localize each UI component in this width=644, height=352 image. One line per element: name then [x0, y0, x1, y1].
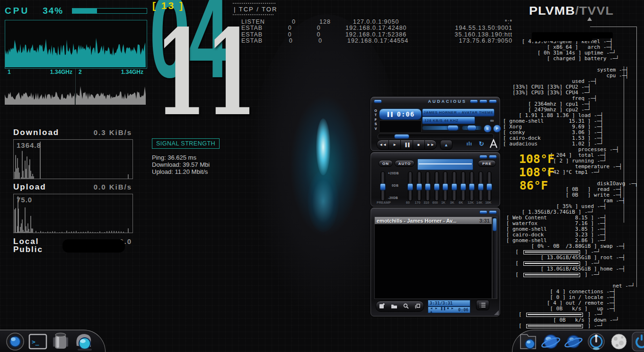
temp-3: 86°F	[498, 179, 555, 192]
balance-slider[interactable]	[462, 126, 482, 130]
camera-orb-icon[interactable]	[5, 332, 26, 352]
minimize-button[interactable]	[470, 99, 478, 103]
playlist-scrollbar[interactable]	[492, 217, 497, 299]
playlist-scroll-thumb[interactable]	[493, 218, 497, 231]
eq-auto-button[interactable]: AUTO	[395, 160, 415, 167]
mini-transport-icons[interactable]: ◄ ► ▐▐ ■ ► ▲	[428, 307, 458, 313]
eq-band-60-thumb[interactable]	[407, 183, 413, 190]
visualizer-icon[interactable]: ıIı	[467, 141, 472, 146]
shade-button[interactable]	[479, 99, 487, 103]
shade-button[interactable]	[479, 155, 487, 159]
eq-band-600-thumb[interactable]	[434, 183, 440, 190]
eq-band-310-thumb[interactable]	[425, 183, 431, 190]
close-button[interactable]	[489, 99, 497, 103]
spectrum-analyzer[interactable]	[379, 120, 422, 133]
eq-band-14K[interactable]	[478, 171, 483, 201]
balance-thumb[interactable]	[467, 125, 476, 131]
playlist-button-cluster	[376, 301, 424, 312]
tree-connector	[590, 27, 636, 27]
eq-band-1K-thumb[interactable]	[442, 183, 448, 190]
switch-icon[interactable]	[586, 332, 607, 352]
equalizer-toggle-button[interactable]: E	[484, 125, 492, 133]
power-icon[interactable]	[631, 332, 644, 352]
resize-grip[interactable]	[494, 310, 499, 315]
core-1-freq: 1.34GHz	[50, 69, 72, 75]
cpu-percent: 34%	[43, 6, 63, 16]
helmet-icon[interactable]	[73, 332, 94, 352]
temp-1: 108°F	[498, 153, 555, 166]
terminal-icon[interactable]: >_	[27, 332, 48, 352]
cpu-history-graph	[5, 20, 147, 69]
close-button[interactable]	[489, 155, 497, 159]
tcp-cell: LISTEN	[233, 18, 278, 25]
open-folder-button[interactable]	[391, 302, 397, 311]
audacious-titlebar[interactable]: AUDACIOUS	[371, 97, 500, 104]
eq-band-60[interactable]	[408, 171, 413, 201]
eq-scale-mid: 0DB	[392, 184, 399, 187]
sys-line: [ 0% - 0B /3.88GiB ] swap -─┤	[486, 244, 644, 249]
eq-band-170-thumb[interactable]	[416, 183, 422, 190]
browser-globe-2-icon[interactable]	[563, 332, 584, 352]
preamp-slider[interactable]	[380, 171, 385, 201]
canister-icon[interactable]	[50, 332, 71, 352]
track-title-strip[interactable]: JAMES HORNER – AVATAR THEME SON	[422, 108, 494, 117]
previous-button[interactable]: ◄◄	[377, 140, 389, 149]
play-button[interactable]: ►	[389, 140, 401, 149]
eq-band-3K[interactable]	[452, 171, 457, 201]
tcp-panel-title: | TCP / TOR	[234, 6, 514, 13]
eq-band-12K-thumb[interactable]	[469, 183, 475, 190]
seek-thumb[interactable]	[394, 134, 409, 139]
volume-thumb[interactable]	[447, 125, 459, 131]
pause-button[interactable]: ▐▐	[401, 140, 413, 149]
eq-on-button[interactable]: ON	[379, 160, 393, 167]
playlist-toggle-button[interactable]: P	[493, 125, 501, 133]
file-manager-icon[interactable]	[518, 332, 538, 352]
eq-band-16K[interactable]	[487, 171, 492, 201]
eq-band-310[interactable]	[425, 171, 430, 201]
add-file-button[interactable]	[379, 302, 385, 311]
eject-button[interactable]: ▲	[440, 140, 452, 150]
clutterbar[interactable]: O T F S V	[374, 108, 378, 131]
eq-presets-button[interactable]: PRE	[478, 160, 496, 167]
seek-bar[interactable]	[378, 134, 494, 139]
eq-band-6K[interactable]	[461, 171, 466, 201]
tcp-row: LISTEN0128127.0.0.1:9050*:*	[233, 18, 514, 25]
eq-band-label: 16K	[485, 201, 491, 204]
menu-pill-button[interactable]	[374, 99, 382, 103]
preamp-label: PREAMP	[377, 201, 391, 204]
sys-line: cpu -─┤	[486, 73, 644, 79]
upload-label: Upload	[13, 182, 46, 192]
close-button[interactable]	[489, 210, 497, 214]
stop-button[interactable]: ■	[413, 140, 425, 149]
eq-band-16K-thumb[interactable]	[486, 183, 492, 190]
browser-globe-1-icon[interactable]	[540, 332, 561, 352]
repeat-icon[interactable]: ↻	[479, 140, 484, 147]
eq-band-14K-thumb[interactable]	[478, 183, 484, 190]
playlist-mini-transport[interactable]: ◄ ► ▐▐ ■ ► ▲ 0:06	[428, 307, 470, 313]
next-button[interactable]: ►►	[425, 140, 436, 149]
usage-bar	[526, 324, 583, 328]
eq-band-12K[interactable]	[469, 171, 474, 201]
playlist-menu-button[interactable]	[476, 300, 489, 310]
eq-band-170[interactable]	[417, 171, 422, 201]
pause-indicator-icon: ▐▐	[386, 112, 393, 117]
playlist-row-selected[interactable]: emotchills - James Horner - Av... 3:31	[375, 217, 492, 224]
volume-slider[interactable]	[422, 126, 460, 130]
tcp-row: ESTAB00192.168.0.17:44554173.75.6.87:905…	[233, 38, 514, 45]
eq-band-1K[interactable]	[443, 171, 448, 201]
eq-band-600[interactable]	[434, 171, 439, 201]
eq-band-6K-thumb[interactable]	[460, 183, 466, 190]
clock-day-badge: [ 13 ]	[152, 0, 184, 11]
tcp-cell: 192.168.0.17:42480	[333, 25, 455, 31]
playlist-titlebar[interactable]	[371, 208, 500, 215]
moon-icon[interactable]	[609, 332, 629, 352]
time-display[interactable]: ▐▐ 0:06	[379, 108, 422, 120]
playlist-track-list[interactable]: emotchills - James Horner - Av... 3:31	[374, 217, 492, 299]
preamp-slider-thumb[interactable]	[380, 183, 386, 190]
shade-button[interactable]	[479, 210, 487, 214]
playlist-misc-button[interactable]	[415, 302, 421, 311]
core-2-freq: 1.34GHz	[121, 69, 143, 75]
eq-band-3K-thumb[interactable]	[451, 183, 457, 190]
search-button[interactable]	[403, 302, 409, 311]
eq-band-label: 310	[423, 201, 429, 204]
